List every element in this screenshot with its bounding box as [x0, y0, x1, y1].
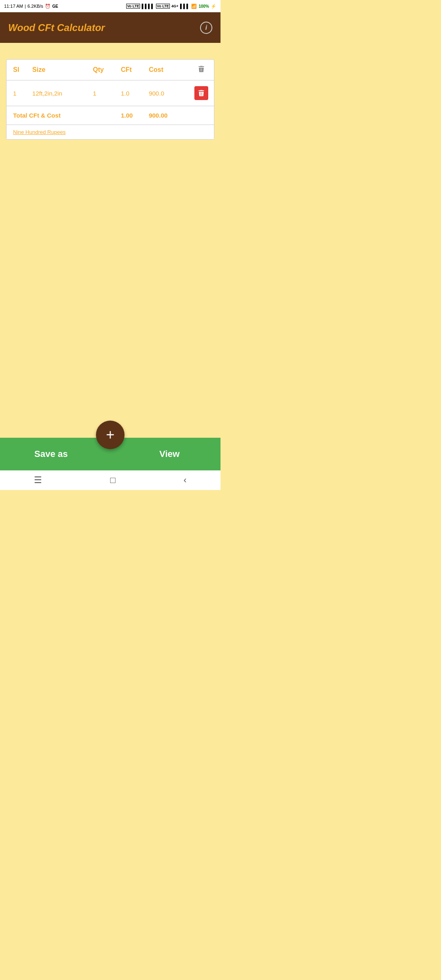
status-bar: 11:17 AM | 6.2KB/s ⏰ GE Vo LTE ▌▌▌▌ Vo L…	[0, 0, 220, 12]
bottom-area: + Save as View ☰ □ ‹	[0, 421, 220, 490]
app-header: Wood CFt Calculator i	[0, 12, 220, 43]
battery-display: 100%	[198, 4, 209, 9]
time-display: 11:17 AM	[4, 4, 23, 9]
add-entry-button[interactable]: +	[96, 421, 125, 449]
results-table: Sl Size Qty CFt Cost	[7, 60, 214, 125]
col-delete-header	[188, 60, 214, 80]
total-cost: 900.00	[146, 106, 188, 125]
ge-icon: GE	[52, 4, 58, 9]
app-title: Wood CFt Calculator	[8, 22, 105, 33]
clock-icon: ⏰	[45, 4, 51, 9]
col-qty: Qty	[90, 60, 118, 80]
speed-display: 6.2KB/s	[27, 4, 43, 9]
info-button[interactable]: i	[200, 22, 212, 34]
view-button[interactable]: View	[127, 449, 212, 459]
signal-bars-2: ▌▌▌	[180, 4, 189, 9]
delete-all-icon[interactable]	[197, 65, 205, 74]
col-size: Size	[30, 60, 90, 80]
total-cft: 1.00	[118, 106, 146, 125]
table-row: 1 12ft,2in,2in 1 1.0 900.0	[7, 80, 214, 106]
save-as-button[interactable]: Save as	[8, 449, 94, 459]
cell-size: 12ft,2in,2in	[30, 80, 90, 106]
charging-icon: ⚡	[211, 4, 216, 9]
status-right: Vo LTE ▌▌▌▌ Vo LTE 4G+ ▌▌▌ 📶 100% ⚡	[126, 4, 216, 9]
cell-cost: 900.0	[146, 80, 188, 106]
4g-icon: 4G+	[172, 4, 178, 8]
status-left: 11:17 AM | 6.2KB/s ⏰ GE	[4, 4, 58, 9]
plus-icon: +	[106, 428, 114, 442]
total-label: Total CFt & Cost	[7, 106, 118, 125]
table-header-row: Sl Size Qty CFt Cost	[7, 60, 214, 80]
fab-container: +	[0, 421, 220, 449]
amount-in-words: Nine Hundred Rupees	[7, 125, 214, 139]
signal-bars-1: ▌▌▌▌	[142, 4, 154, 9]
main-content: Sl Size Qty CFt Cost	[0, 43, 220, 146]
cell-cft: 1.0	[118, 80, 146, 106]
wifi-icon: 📶	[191, 4, 197, 9]
home-icon[interactable]: □	[110, 475, 116, 486]
volte-icon: Vo LTE	[126, 4, 140, 9]
total-row: Total CFt & Cost 1.00 900.00	[7, 106, 214, 125]
cell-sl: 1	[7, 80, 30, 106]
navigation-bar: ☰ □ ‹	[0, 470, 220, 490]
delete-row-button[interactable]	[194, 86, 208, 100]
cell-delete	[188, 80, 214, 106]
col-cost: Cost	[146, 60, 188, 80]
separator: |	[24, 4, 26, 9]
back-icon[interactable]: ‹	[183, 475, 186, 486]
cell-qty: 1	[90, 80, 118, 106]
col-cft: CFt	[118, 60, 146, 80]
col-sl: Sl	[7, 60, 30, 80]
results-table-container: Sl Size Qty CFt Cost	[6, 59, 214, 140]
menu-icon[interactable]: ☰	[34, 475, 42, 486]
volte-icon-2: Vo LTE	[156, 4, 170, 9]
